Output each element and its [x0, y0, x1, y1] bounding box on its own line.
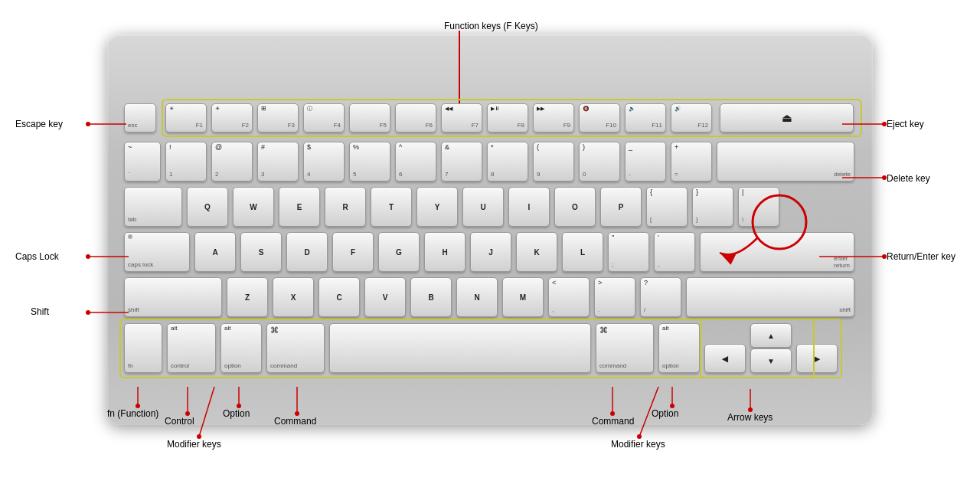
- escape-key-label: Escape key: [15, 119, 63, 129]
- key-6[interactable]: ^ 6: [395, 142, 436, 182]
- key-p[interactable]: P: [600, 187, 642, 227]
- shift-label: Shift: [31, 306, 49, 317]
- command-right-label: Command: [592, 416, 634, 427]
- key-f12[interactable]: 🔊 F12: [671, 103, 712, 132]
- key-tab[interactable]: tab: [124, 187, 182, 227]
- key-f4[interactable]: ⓘ F4: [303, 103, 345, 132]
- key-4[interactable]: $ 4: [303, 142, 345, 182]
- key-arrow-right[interactable]: ▶: [796, 344, 838, 373]
- key-f[interactable]: F: [332, 232, 374, 272]
- key-s[interactable]: S: [240, 232, 282, 272]
- key-command-left[interactable]: ⌘ command: [266, 323, 325, 373]
- key-j[interactable]: J: [470, 232, 511, 272]
- key-z[interactable]: Z: [227, 277, 268, 317]
- modifier-keys-left-label: Modifier keys: [167, 439, 221, 450]
- option-left-label: Option: [223, 408, 250, 419]
- key-f10[interactable]: 🔇 F10: [579, 103, 620, 132]
- key-semicolon[interactable]: " ;: [608, 232, 649, 272]
- key-eject[interactable]: ⏏: [720, 103, 854, 132]
- key-l[interactable]: L: [562, 232, 603, 272]
- key-i[interactable]: I: [508, 187, 550, 227]
- key-return[interactable]: enterreturn: [700, 232, 854, 272]
- key-f11[interactable]: 🔉 F11: [625, 103, 666, 132]
- caps-lock-label: Caps Lock: [15, 251, 59, 262]
- key-a[interactable]: A: [194, 232, 236, 272]
- key-equals[interactable]: + =: [671, 142, 712, 182]
- function-keys-label: Function keys (F Keys): [444, 21, 538, 31]
- key-shift-left[interactable]: shift: [124, 277, 222, 317]
- key-1[interactable]: ! 1: [165, 142, 207, 182]
- key-y[interactable]: Y: [416, 187, 458, 227]
- key-comma[interactable]: < ,: [548, 277, 590, 317]
- svg-point-1: [86, 122, 90, 126]
- key-3[interactable]: # 3: [257, 142, 299, 182]
- function-keys-line: [459, 31, 460, 103]
- svg-point-7: [86, 254, 90, 259]
- key-u[interactable]: U: [462, 187, 504, 227]
- key-shift-right[interactable]: shift: [686, 277, 854, 317]
- key-f2[interactable]: ☀ F2: [211, 103, 253, 132]
- key-w[interactable]: W: [233, 187, 274, 227]
- control-label: Control: [165, 416, 194, 427]
- key-backslash[interactable]: | \: [738, 187, 779, 227]
- key-arrow-down[interactable]: ▼: [750, 348, 792, 373]
- key-r[interactable]: R: [325, 187, 366, 227]
- key-t[interactable]: T: [371, 187, 412, 227]
- key-9[interactable]: ( 9: [533, 142, 574, 182]
- option-right-label: Option: [652, 408, 678, 419]
- key-option-right[interactable]: alt option: [658, 323, 700, 373]
- key-caps-lock[interactable]: caps lock: [124, 232, 190, 272]
- key-q[interactable]: Q: [187, 187, 228, 227]
- key-5[interactable]: % 5: [349, 142, 390, 182]
- key-lbracket[interactable]: { [: [646, 187, 688, 227]
- key-command-right[interactable]: ⌘ command: [596, 323, 654, 373]
- key-b[interactable]: B: [410, 277, 452, 317]
- key-c[interactable]: C: [318, 277, 360, 317]
- key-7[interactable]: & 7: [441, 142, 482, 182]
- key-quote[interactable]: ' ,: [654, 232, 695, 272]
- modifier-keys-right-label: Modifier keys: [611, 439, 665, 450]
- key-n[interactable]: N: [456, 277, 498, 317]
- arrow-keys-label: Arrow keys: [727, 412, 773, 423]
- key-d[interactable]: D: [286, 232, 328, 272]
- key-control[interactable]: alt control: [167, 323, 216, 373]
- key-f1[interactable]: ☀ F1: [165, 103, 207, 132]
- key-o[interactable]: O: [554, 187, 596, 227]
- key-delete[interactable]: delete: [717, 142, 854, 182]
- delete-key-label: Delete key: [887, 173, 930, 184]
- key-f5[interactable]: F5: [349, 103, 390, 132]
- key-option-left[interactable]: alt option: [220, 323, 262, 373]
- key-h[interactable]: H: [424, 232, 466, 272]
- key-minus[interactable]: _ -: [625, 142, 666, 182]
- key-arrow-up[interactable]: ▲: [750, 323, 792, 348]
- key-period[interactable]: > .: [594, 277, 635, 317]
- command-left-label: Command: [274, 416, 316, 427]
- return-enter-label: Return/Enter key: [887, 251, 956, 262]
- key-esc[interactable]: esc: [124, 103, 156, 132]
- key-2[interactable]: @ 2: [211, 142, 253, 182]
- svg-point-11: [86, 310, 90, 315]
- key-fn[interactable]: fn: [124, 323, 162, 373]
- key-rbracket[interactable]: } ]: [692, 187, 733, 227]
- key-f8[interactable]: ▶⏸ F8: [487, 103, 528, 132]
- key-slash[interactable]: ? /: [640, 277, 681, 317]
- eject-key-label: Eject key: [887, 119, 924, 129]
- key-f3[interactable]: ⊞ F3: [257, 103, 299, 132]
- key-8[interactable]: * 8: [487, 142, 528, 182]
- key-k[interactable]: K: [516, 232, 557, 272]
- key-f6[interactable]: F6: [395, 103, 436, 132]
- key-x[interactable]: X: [273, 277, 314, 317]
- fn-function-label: fn (Function): [107, 408, 158, 419]
- key-f9[interactable]: ▶▶ F9: [533, 103, 574, 132]
- key-arrow-left[interactable]: ◀: [704, 344, 746, 373]
- key-f7[interactable]: ◀◀ F7: [441, 103, 482, 132]
- key-v[interactable]: V: [364, 277, 406, 317]
- key-e[interactable]: E: [279, 187, 320, 227]
- key-0[interactable]: ) 0: [579, 142, 620, 182]
- key-g[interactable]: G: [378, 232, 420, 272]
- key-m[interactable]: M: [502, 277, 544, 317]
- key-space[interactable]: [329, 323, 591, 373]
- key-tilde[interactable]: ~ `: [124, 142, 161, 182]
